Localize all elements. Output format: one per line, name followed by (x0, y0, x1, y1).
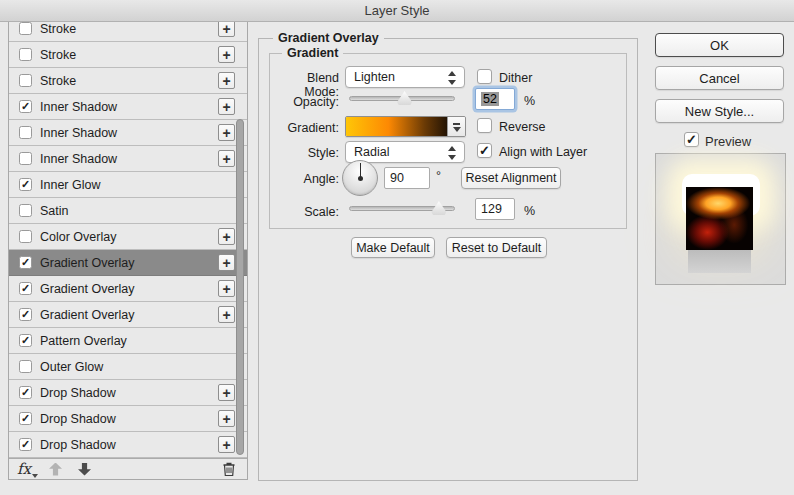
title-bar[interactable]: Layer Style (0, 0, 794, 22)
gradient-overlay-panel: Gradient Overlay Gradient Blend Mode: Li… (258, 38, 638, 481)
add-effect-instance-button[interactable]: + (218, 280, 235, 297)
add-effect-instance-button[interactable]: + (218, 384, 235, 401)
add-effect-instance-button[interactable]: + (218, 254, 235, 271)
stepper-arrows-icon (448, 71, 457, 85)
style-value: Radial (354, 145, 389, 159)
effect-enabled-checkbox[interactable]: ✓ (19, 256, 32, 269)
scale-unit: % (524, 204, 535, 218)
add-effect-instance-button[interactable]: + (218, 410, 235, 427)
add-effect-instance-button[interactable]: + (218, 98, 235, 115)
effect-enabled-checkbox[interactable]: ✓ (19, 308, 32, 321)
effect-enabled-checkbox[interactable] (19, 360, 32, 373)
effect-label: Stroke (40, 74, 218, 88)
effect-enabled-checkbox[interactable]: ✓ (19, 412, 32, 425)
effect-list-item[interactable]: Inner Shadow + (9, 146, 247, 172)
add-effect-instance-button[interactable]: + (218, 22, 235, 37)
delete-effect-button[interactable] (221, 461, 237, 477)
panel-title: Gradient Overlay (273, 31, 384, 46)
angle-dial[interactable] (342, 160, 378, 196)
effect-list-item[interactable]: ✓ Gradient Overlay + (9, 302, 247, 328)
effect-enabled-checkbox[interactable]: ✓ (19, 438, 32, 451)
ok-button[interactable]: OK (655, 33, 784, 57)
effect-label: Pattern Overlay (40, 334, 235, 348)
dither-checkbox[interactable] (477, 69, 492, 84)
new-style-button[interactable]: New Style... (655, 99, 784, 123)
effect-label: Drop Shadow (40, 438, 218, 452)
layer-style-dialog: { "window": { "title": "Layer Style" }, … (0, 0, 794, 495)
gradient-swatch[interactable] (346, 117, 447, 136)
effect-enabled-checkbox[interactable] (19, 126, 32, 139)
effect-enabled-checkbox[interactable]: ✓ (19, 100, 32, 113)
blend-mode-value: Lighten (354, 70, 395, 84)
add-effect-instance-button[interactable]: + (218, 124, 235, 141)
effect-list-item[interactable]: Stroke + (9, 68, 247, 94)
effect-enabled-checkbox[interactable] (19, 230, 32, 243)
scale-field[interactable]: 129 (475, 198, 515, 220)
effect-enabled-checkbox[interactable] (19, 48, 32, 61)
reverse-label: Reverse (499, 120, 546, 134)
add-effect-instance-button[interactable]: + (218, 228, 235, 245)
opacity-label: Opacity: (270, 95, 339, 109)
gradient-picker-icon (453, 123, 460, 125)
effect-list-item[interactable]: Inner Shadow + (9, 120, 247, 146)
effect-enabled-checkbox[interactable] (19, 204, 32, 217)
scale-slider[interactable] (349, 206, 455, 211)
effect-list-item[interactable]: ✓ Pattern Overlay (9, 328, 247, 354)
plus-icon: + (222, 22, 230, 36)
effect-list-item[interactable]: Color Overlay + (9, 224, 247, 250)
scrollbar-thumb[interactable] (236, 119, 244, 455)
trash-icon (221, 461, 237, 477)
effect-enabled-checkbox[interactable] (19, 74, 32, 87)
gradient-picker-button[interactable] (447, 117, 465, 136)
preview-image (686, 187, 753, 250)
fx-menu-button[interactable]: fx (17, 462, 31, 477)
scale-label: Scale: (270, 205, 339, 219)
add-effect-instance-button[interactable]: + (218, 72, 235, 89)
opacity-unit: % (524, 94, 535, 108)
effect-list-item[interactable]: Stroke + (9, 42, 247, 68)
effect-label: Gradient Overlay (40, 308, 218, 322)
effect-list-item[interactable]: ✓ Drop Shadow + (9, 380, 247, 406)
effect-enabled-checkbox[interactable]: ✓ (19, 386, 32, 399)
move-effect-up-icon[interactable] (49, 463, 62, 476)
gradient-label: Gradient: (270, 121, 339, 135)
align-with-layer-checkbox[interactable]: ✓ (477, 143, 492, 158)
plus-icon: + (222, 230, 230, 244)
effect-list-item[interactable]: ✓ Gradient Overlay + (9, 276, 247, 302)
effect-enabled-checkbox[interactable]: ✓ (19, 282, 32, 295)
cancel-button[interactable]: Cancel (655, 66, 784, 90)
angle-field[interactable]: 90 (384, 167, 430, 189)
blend-mode-select[interactable]: Lighten (345, 66, 465, 88)
effect-list-item[interactable]: ✓ Inner Shadow + (9, 94, 247, 120)
opacity-field[interactable]: 52 (475, 88, 515, 110)
effect-label: Color Overlay (40, 230, 218, 244)
effect-list-item[interactable]: ✓ Drop Shadow + (9, 406, 247, 432)
reset-alignment-button[interactable]: Reset Alignment (461, 167, 561, 189)
effect-list-item[interactable]: Satin (9, 198, 247, 224)
effect-enabled-checkbox[interactable] (19, 22, 32, 35)
opacity-slider[interactable] (349, 96, 455, 101)
effect-list-item[interactable]: Outer Glow (9, 354, 247, 380)
add-effect-instance-button[interactable]: + (218, 150, 235, 167)
effect-list-item[interactable]: ✓ Inner Glow (9, 172, 247, 198)
move-effect-down-icon[interactable] (78, 463, 91, 476)
effect-enabled-checkbox[interactable]: ✓ (19, 334, 32, 347)
scale-slider-thumb[interactable] (431, 201, 446, 215)
effect-label: Stroke (40, 48, 218, 62)
add-effect-instance-button[interactable]: + (218, 436, 235, 453)
effect-enabled-checkbox[interactable] (19, 152, 32, 165)
opacity-slider-thumb[interactable] (397, 91, 412, 105)
reverse-checkbox[interactable] (477, 118, 492, 133)
effect-list-item[interactable]: ✓ Drop Shadow + (9, 432, 247, 458)
reset-to-default-button[interactable]: Reset to Default (446, 237, 547, 258)
effect-enabled-checkbox[interactable]: ✓ (19, 178, 32, 191)
group-title: Gradient (282, 46, 343, 61)
add-effect-instance-button[interactable]: + (218, 306, 235, 323)
make-default-button[interactable]: Make Default (351, 237, 435, 258)
effects-scrollbar[interactable] (236, 22, 245, 459)
effect-list-item[interactable]: ✓ Gradient Overlay + (9, 250, 247, 276)
preview-checkbox[interactable]: ✓ (684, 132, 699, 147)
add-effect-instance-button[interactable]: + (218, 46, 235, 63)
effect-list-item[interactable]: Stroke + (9, 22, 247, 42)
effect-label: Inner Shadow (40, 126, 218, 140)
